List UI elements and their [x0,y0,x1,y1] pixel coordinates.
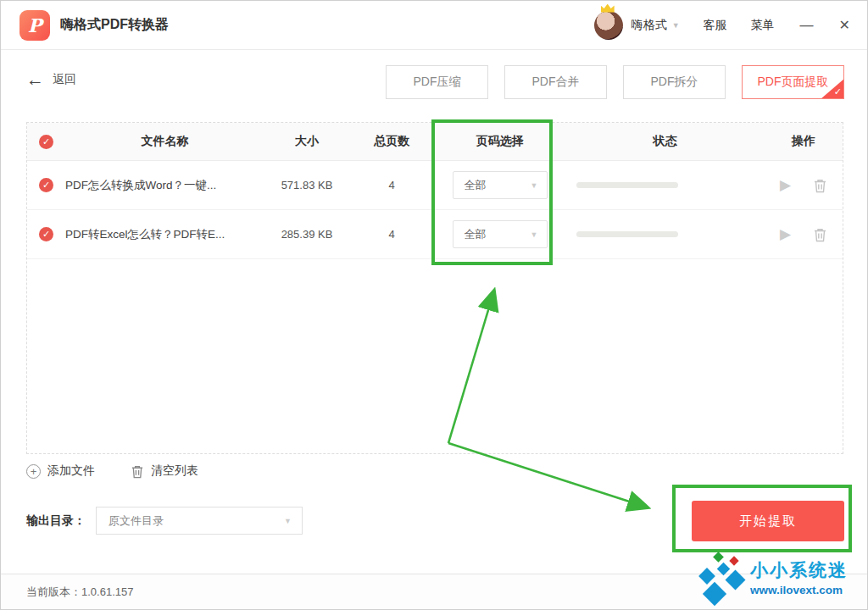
app-window: P 嗨格式PDF转换器 嗨格式 ▼ 客服 菜单 — ✕ ← 返回 PDF压缩 P… [0,0,868,610]
list-actions: + 添加文件 清空列表 [26,463,198,479]
file-name-cell: PDF转Excel怎么转？PDF转E... [65,227,264,242]
back-button[interactable]: ← 返回 [26,69,76,90]
tab-label: PDF合并 [532,75,580,90]
clear-list-label: 清空列表 [151,463,198,479]
output-dir-value: 原文件目录 [108,513,164,529]
customer-service-link[interactable]: 客服 [704,18,727,33]
title-bar: P 嗨格式PDF转换器 嗨格式 ▼ 客服 菜单 — ✕ [1,1,867,50]
page-select-value: 全部 [465,178,487,193]
output-directory-row: 输出目录： 原文件目录 ▼ [26,507,303,535]
header-size: 大小 [264,134,349,149]
select-all-checkbox[interactable]: ✓ [39,135,53,149]
tab-pdf-split[interactable]: PDF拆分 [623,65,726,99]
minimize-button[interactable]: — [800,19,814,32]
delete-row-button[interactable] [813,178,827,193]
page-select-value: 全部 [465,227,487,242]
table-header-row: ✓ 文件名称 大小 总页数 页码选择 状态 操作 [27,123,843,161]
app-title: 嗨格式PDF转换器 [60,16,169,34]
menu-link[interactable]: 菜单 [751,18,775,33]
add-file-label: 添加文件 [47,463,95,479]
header-total-pages: 总页数 [349,134,434,149]
plus-icon: + [26,464,41,479]
avatar-image [594,11,623,40]
progress-bar [576,231,678,237]
header-file-name: 文件名称 [65,134,264,149]
watermark-logo-icon [693,552,748,607]
row-checkbox[interactable]: ✓ [39,227,53,241]
file-pages-cell: 4 [349,228,434,241]
file-pages-cell: 4 [349,179,434,191]
header-action: 操作 [765,134,843,149]
tab-pdf-page-extract[interactable]: PDF页面提取 ✓ [742,65,844,99]
watermark-title: 小小系统迷 [750,558,848,582]
check-icon: ✓ [834,86,842,97]
delete-row-button[interactable] [813,227,827,242]
back-label: 返回 [53,72,76,87]
back-arrow-icon: ← [26,69,44,90]
username-label: 嗨格式 [632,18,667,33]
file-row: ✓ PDF转Excel怎么转？PDF转E... 285.39 KB 4 全部 ▼… [27,210,843,259]
start-row-button[interactable]: ▶ [780,225,791,243]
mode-tabs: PDF压缩 PDF合并 PDF拆分 PDF页面提取 ✓ [386,65,844,99]
file-row: ✓ PDF怎么转换成Word？一键... 571.83 KB 4 全部 ▼ ▶ [27,161,843,210]
toolbar: ← 返回 PDF压缩 PDF合并 PDF拆分 PDF页面提取 ✓ [1,51,867,110]
output-dir-label: 输出目录： [26,513,86,529]
tab-pdf-merge[interactable]: PDF合并 [504,65,607,99]
trash-icon [131,464,144,479]
app-logo-icon: P [19,10,50,41]
page-select-dropdown[interactable]: 全部 ▼ [453,220,548,248]
watermark: 小小系统迷 www.ilovext.com [693,552,862,607]
start-row-button[interactable]: ▶ [780,176,791,194]
user-avatar[interactable] [594,11,623,40]
add-file-button[interactable]: + 添加文件 [26,463,95,479]
close-button[interactable]: ✕ [839,19,850,32]
watermark-url: www.ilovext.com [750,584,848,596]
row-checkbox[interactable]: ✓ [39,178,53,192]
page-select-dropdown[interactable]: 全部 ▼ [453,171,548,199]
tab-label: PDF页面提取 [758,75,829,90]
start-extract-button[interactable]: 开始提取 [692,501,844,541]
chevron-down-icon: ▼ [531,181,538,190]
chevron-down-icon: ▼ [531,230,538,239]
progress-bar [576,182,678,188]
chevron-down-icon[interactable]: ▼ [672,21,680,30]
file-size-cell: 571.83 KB [264,179,349,191]
clear-list-button[interactable]: 清空列表 [131,463,198,479]
tab-pdf-compress[interactable]: PDF压缩 [386,65,488,99]
chevron-down-icon: ▼ [284,517,292,525]
file-size-cell: 285.39 KB [264,228,349,241]
file-name-cell: PDF怎么转换成Word？一键... [65,178,264,193]
header-status: 状态 [565,134,765,149]
version-label: 当前版本：1.0.61.157 [26,585,133,600]
output-dir-dropdown[interactable]: 原文件目录 ▼ [96,507,303,535]
tab-label: PDF拆分 [651,75,698,90]
file-list: ✓ 文件名称 大小 总页数 页码选择 状态 操作 ✓ PDF怎么转换成Word？… [26,122,843,454]
crown-icon [601,4,615,13]
tab-label: PDF压缩 [414,75,461,90]
header-page-select: 页码选择 [434,134,565,149]
